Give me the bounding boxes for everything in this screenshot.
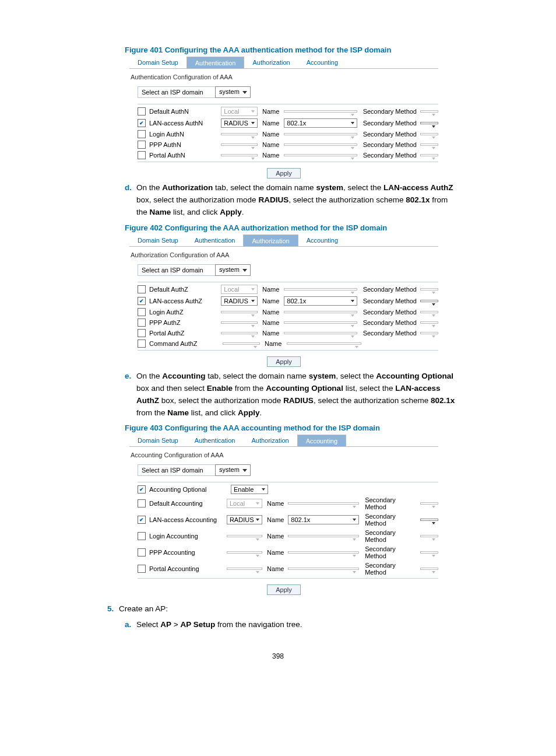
domain-select[interactable]: system — [215, 264, 251, 276]
name-select[interactable]: 802.1x — [284, 118, 357, 128]
checkbox[interactable] — [138, 285, 146, 293]
checkbox[interactable] — [138, 130, 146, 138]
checkbox[interactable] — [138, 516, 146, 524]
tabs-402: Domain Setup Authentication Authorizatio… — [129, 235, 438, 247]
checkbox[interactable] — [138, 151, 146, 159]
config-row: LAN-access AuthNRADIUSName802.1xSecondar… — [138, 117, 438, 129]
sm-select — [420, 133, 439, 135]
method-select: Local — [221, 107, 258, 116]
tabs-403: Domain Setup Authentication Authorizatio… — [129, 435, 438, 447]
name-select[interactable]: 802.1x — [284, 296, 357, 306]
method-select[interactable]: RADIUS — [227, 515, 262, 524]
sm-label: Secondary Method — [361, 562, 418, 576]
checkbox[interactable] — [138, 532, 146, 540]
step-e-body: On the Accounting tab, select the domain… — [136, 370, 456, 419]
tab-accounting[interactable]: Accounting — [298, 235, 346, 246]
checkbox[interactable] — [138, 548, 146, 556]
sm-select — [420, 551, 438, 554]
tab-authorization[interactable]: Authorization — [244, 57, 298, 68]
domain-select[interactable]: system — [215, 86, 251, 98]
name-label: Name — [260, 141, 281, 148]
sm-label: Secondary Method — [361, 545, 418, 559]
row-label: Login Accounting — [148, 533, 224, 540]
checkbox[interactable] — [138, 565, 146, 573]
row-label: Default AuthN — [148, 108, 219, 115]
name-label: Name — [265, 549, 286, 556]
apply-button[interactable]: Apply — [267, 168, 301, 178]
checkbox[interactable] — [138, 308, 146, 316]
sm-label: Secondary Method — [360, 330, 418, 337]
tab-authentication[interactable]: Authentication — [186, 235, 244, 246]
tab-authentication[interactable]: Authentication — [186, 57, 245, 68]
checkbox[interactable] — [138, 318, 146, 327]
row-label: LAN-access AuthZ — [148, 298, 219, 304]
domain-label-input: Select an ISP domain — [138, 464, 215, 476]
tab-accounting[interactable]: Accounting — [297, 435, 346, 446]
tab-domain-setup[interactable]: Domain Setup — [129, 435, 186, 446]
domain-select[interactable]: system — [215, 464, 251, 476]
sm-select[interactable] — [420, 122, 439, 124]
name-label: Name — [265, 516, 286, 523]
sm-label: Secondary Method — [361, 529, 418, 543]
sm-select — [420, 502, 438, 505]
name-label: Name — [260, 298, 281, 304]
method-select — [221, 332, 258, 334]
tab-domain-setup[interactable]: Domain Setup — [129, 235, 186, 246]
figure-401-caption: Figure 401 Configuring the AAA authentic… — [125, 46, 456, 54]
figure-403-screenshot: Domain Setup Authentication Authorizatio… — [129, 435, 438, 595]
row-label: LAN-access Accounting — [148, 516, 224, 523]
checkbox[interactable] — [138, 329, 146, 337]
name-label: Name — [260, 131, 281, 138]
apply-button[interactable]: Apply — [267, 584, 301, 595]
name-select[interactable]: 802.1x — [288, 515, 359, 524]
conf-title-403: Accounting Configuration of AAA — [131, 452, 438, 459]
opt-row: Accounting OptionalEnable — [138, 484, 438, 495]
sm-select[interactable] — [420, 519, 438, 521]
method-select — [227, 551, 262, 554]
config-row: LAN-access AuthZRADIUSName802.1xSecondar… — [138, 295, 438, 307]
figure-403-caption: Figure 403 Configuring the AAA accountin… — [125, 424, 456, 432]
checkbox[interactable] — [138, 119, 146, 127]
method-select — [221, 321, 258, 324]
method-select — [221, 133, 258, 135]
row-label: Default AuthZ — [148, 286, 219, 293]
tab-authorization[interactable]: Authorization — [243, 235, 298, 246]
checkbox[interactable] — [138, 340, 146, 348]
config-row: Command AuthZName — [138, 338, 438, 349]
tab-authorization[interactable]: Authorization — [243, 435, 297, 446]
config-row: PPP AccountingNameSecondary Method — [138, 544, 438, 561]
sm-select — [420, 154, 439, 156]
step-d: d. On the Authorization tab, select the … — [125, 182, 456, 219]
sm-label: Secondary Method — [361, 513, 418, 527]
sm-select[interactable] — [420, 300, 439, 302]
method-select[interactable]: RADIUS — [221, 118, 258, 128]
name-select — [288, 535, 359, 537]
row-label: Login AuthZ — [148, 309, 219, 316]
sm-label: Secondary Method — [360, 298, 418, 304]
method-select[interactable]: Enable — [231, 485, 268, 494]
checkbox[interactable] — [138, 485, 146, 494]
apply-button[interactable]: Apply — [267, 356, 301, 367]
tab-accounting[interactable]: Accounting — [298, 57, 346, 68]
name-select — [287, 342, 361, 345]
sm-label: Secondary Method — [360, 286, 418, 293]
checkbox[interactable] — [138, 107, 146, 116]
name-select — [284, 321, 357, 324]
method-select — [221, 311, 258, 313]
checkbox[interactable] — [138, 141, 146, 149]
tab-authentication[interactable]: Authentication — [186, 435, 244, 446]
checkbox[interactable] — [138, 499, 146, 508]
sm-label: Secondary Method — [360, 319, 418, 326]
tab-domain-setup[interactable]: Domain Setup — [129, 57, 186, 68]
page-number: 398 — [100, 652, 456, 660]
name-select — [284, 311, 357, 313]
row-label: Default Accounting — [148, 500, 224, 507]
step-d-body: On the Authorization tab, select the dom… — [136, 182, 456, 219]
row-label: PPP AuthZ — [148, 319, 219, 326]
method-select[interactable]: RADIUS — [221, 296, 258, 306]
config-row: Portal AccountingNameSecondary Method — [138, 561, 438, 577]
sm-select — [420, 568, 438, 570]
method-select — [227, 568, 262, 570]
row-label: Portal AuthN — [148, 152, 219, 159]
checkbox[interactable] — [138, 297, 146, 305]
